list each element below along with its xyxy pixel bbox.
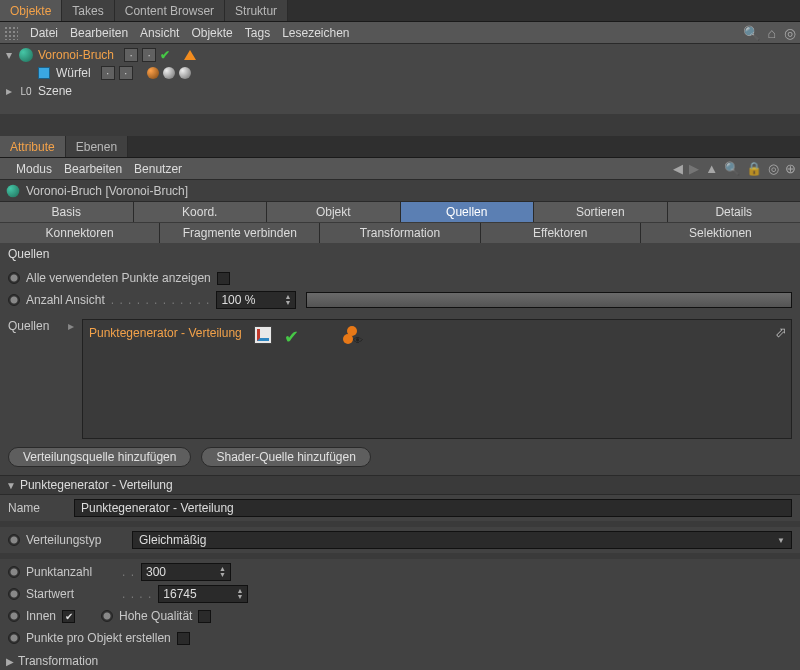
tab-objekt[interactable]: Objekt [267,202,400,222]
menu-bearbeiten2[interactable]: Bearbeiten [64,162,122,176]
radio-icon[interactable] [8,294,20,306]
prop-show-all-points: Alle verwendeten Punkte anzeigen [8,267,792,289]
attribute-tabs: Attribute Ebenen [0,136,800,158]
dots: . . . . [122,587,152,601]
target-icon[interactable]: ◎ [768,161,779,176]
expand-icon[interactable]: ▾ [4,48,14,62]
menu-benutzer[interactable]: Benutzer [134,162,182,176]
expand-icon[interactable]: ▶ [6,656,14,667]
source-pointgen-item[interactable]: Punktegenerator - Verteilung [89,326,242,340]
tab-fragmente[interactable]: Fragmente verbinden [160,223,319,243]
radio-icon[interactable] [8,588,20,600]
tab-details[interactable]: Details [668,202,801,222]
enabled-check-icon[interactable]: ✔ [160,48,170,62]
menu-datei[interactable]: Datei [30,26,58,40]
image-mode-icon[interactable] [254,326,272,344]
pointcount-value: 300 [146,565,166,579]
object-tree: ▾ Voronoi-Bruch · · ✔ Würfel · · ▸ L0 Sz… [0,44,800,114]
lock-icon[interactable]: 🔒 [746,161,762,176]
phong-tag-icon[interactable] [163,67,175,79]
search-icon[interactable]: 🔍 [743,25,760,41]
tab-effektoren[interactable]: Effektoren [481,223,640,243]
expand-icon[interactable]: ▸ [4,84,14,98]
new-icon[interactable]: ⊕ [785,161,796,176]
radio-icon[interactable] [8,566,20,578]
menu-lesezeichen[interactable]: Lesezeichen [282,26,349,40]
menu-tags[interactable]: Tags [245,26,270,40]
pointcount-label: Punktanzahl [26,565,116,579]
tab-koord[interactable]: Koord. [134,202,267,222]
tab-takes[interactable]: Takes [62,0,114,21]
home-icon[interactable]: ⌂ [768,25,776,41]
inner-checkbox[interactable]: ✔ [62,610,75,623]
tab-attribute[interactable]: Attribute [0,136,66,157]
prop-disttype-row: Verteilungstyp Gleichmäßig ▼ [8,529,792,551]
cube-icon [38,67,50,79]
disttype-label: Verteilungstyp [26,533,126,547]
pointcount-input[interactable]: 300 ▲▼ [141,563,231,581]
disttype-select[interactable]: Gleichmäßig ▼ [132,531,792,549]
nav-up-icon[interactable]: ▲ [705,161,718,176]
tree-row-wuerfel[interactable]: Würfel · · [0,64,800,82]
add-distribution-source-button[interactable]: Verteilungsquelle hinzufügen [8,447,191,467]
name-value: Punktegenerator - Verteilung [81,501,234,515]
search2-icon[interactable]: 🔍 [724,161,740,176]
tab-objekte[interactable]: Objekte [0,0,62,21]
spinner-icon[interactable]: ▲▼ [236,588,243,600]
source-enabled-icon[interactable]: ✔ [284,326,299,348]
tab-konnektoren[interactable]: Konnektoren [0,223,159,243]
prop-count-view: Anzahl Ansicht . . . . . . . . . . . . 1… [8,289,792,311]
layer-toggle-b[interactable]: · [142,48,156,62]
menu-ansicht[interactable]: Ansicht [140,26,179,40]
count-view-slider[interactable] [306,292,792,308]
count-view-input[interactable]: 100 % ▲▼ [216,291,296,309]
tab-content-browser[interactable]: Content Browser [115,0,225,21]
radio-icon[interactable] [8,272,20,284]
tab-selektionen[interactable]: Selektionen [641,223,800,243]
tab-struktur[interactable]: Struktur [225,0,288,21]
radio-icon[interactable] [8,534,20,546]
nav-fwd-icon[interactable]: ▶ [689,161,699,176]
menu-objekte[interactable]: Objekte [191,26,232,40]
radio-icon[interactable] [8,610,20,622]
name-input[interactable]: Punktegenerator - Verteilung [74,499,792,517]
prop-label: Anzahl Ansicht [26,293,105,307]
tab-quellen[interactable]: Quellen [401,202,534,222]
radio-icon[interactable] [101,610,113,622]
radio-icon[interactable] [8,632,20,644]
viewport-vis-icon[interactable]: 👁 [343,326,363,346]
tab-sortieren[interactable]: Sortieren [534,202,667,222]
disttype-value: Gleichmäßig [139,533,206,547]
spinner-icon[interactable]: ▲▼ [219,566,226,578]
display-tag-icon[interactable] [184,50,196,60]
collapse-icon[interactable]: ▼ [6,480,16,491]
hq-checkbox[interactable] [198,610,211,623]
menu-modus[interactable]: Modus [16,162,52,176]
nav-back-icon[interactable]: ◀ [673,161,683,176]
dropdown-icon: ▼ [777,536,785,545]
add-shader-source-button[interactable]: Shader-Quelle hinzufügen [201,447,370,467]
drag-handle-icon[interactable] [4,26,18,40]
pointgen-section-header[interactable]: ▼ Punktegenerator - Verteilung [0,475,800,495]
layer-toggle-a[interactable]: · [101,66,115,80]
tab-ebenen[interactable]: Ebenen [66,136,128,157]
tab-transformation[interactable]: Transformation [320,223,479,243]
show-all-points-checkbox[interactable] [217,272,230,285]
layer-toggle-b[interactable]: · [119,66,133,80]
prop-ppo-row: Punkte pro Objekt erstellen [8,627,792,649]
tree-row-voronoi[interactable]: ▾ Voronoi-Bruch · · ✔ [0,46,800,64]
phong-tag2-icon[interactable] [179,67,191,79]
function-icon[interactable]: ◎ [784,25,796,41]
chevron-right-icon[interactable]: ▸ [68,319,74,439]
tag-icon[interactable] [147,67,159,79]
spinner-icon[interactable]: ▲▼ [284,294,291,306]
sources-list[interactable]: Punktegenerator - Verteilung ✔ 👁 ⬀ [82,319,792,439]
seed-input[interactable]: 16745 ▲▼ [158,585,248,603]
ppo-checkbox[interactable] [177,632,190,645]
menu-bearbeiten[interactable]: Bearbeiten [70,26,128,40]
transformation-section-header[interactable]: ▶ Transformation [0,651,800,670]
tab-basis[interactable]: Basis [0,202,133,222]
tree-row-szene[interactable]: ▸ L0 Szene [0,82,800,100]
count-view-value: 100 % [221,293,255,307]
layer-toggle-a[interactable]: · [124,48,138,62]
